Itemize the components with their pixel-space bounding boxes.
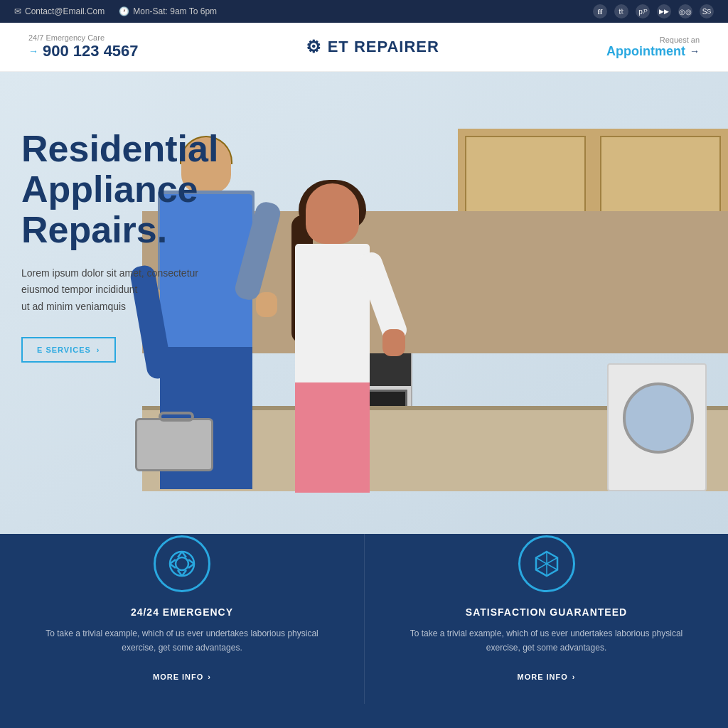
hero-desc-line2: eiusmod tempor incididunt (21, 284, 137, 295)
satisfaction-title: SATISFACTION GUARANTEED (393, 606, 700, 618)
satisfaction-description: To take a trivial example, which of us e… (393, 626, 700, 655)
email-text: Contact@Email.Com (25, 6, 105, 16)
customer-head (306, 183, 359, 244)
feature-emergency: 24/24 EMERGENCY To take a trivial exampl… (0, 534, 364, 704)
hero-desc-line3: ut ad minim veniamquis (21, 301, 126, 312)
pinterest-icon[interactable]: p (636, 4, 650, 18)
satisfaction-more-link[interactable]: MORE INFO › (517, 673, 575, 681)
services-button-label: E SERVICES (37, 346, 91, 354)
emergency-link-label: MORE INFO (153, 673, 203, 681)
feature-satisfaction: SATISFACTION GUARANTEED To take a trivia… (364, 534, 728, 704)
hours-contact: 🕐 Mon-Sat: 9am To 6pm (119, 6, 217, 16)
phone-number[interactable]: 900 123 4567 (28, 42, 139, 60)
emergency-info: 24/7 Emergency Care 900 123 4567 (28, 33, 139, 60)
appointment-info: Request an Appointment (606, 36, 700, 59)
hero-title-line2: Ap (21, 168, 70, 210)
hero-description: Lorem ipsum dolor sit amet, consectetur … (21, 265, 256, 316)
emergency-more-link[interactable]: MORE INFO › (153, 673, 211, 681)
clock-icon: 🕐 (119, 6, 129, 16)
hero-section: Residential Appliance Repairs. Lorem ips… (0, 72, 728, 534)
hours-text: Mon-Sat: 9am To 6pm (133, 6, 217, 16)
email-contact[interactable]: ✉ Contact@Email.Com (14, 6, 105, 16)
appointment-link[interactable]: Appointment (606, 44, 700, 59)
social-links: f t p ▶ ◎ S (593, 4, 714, 18)
svg-point-1 (176, 557, 188, 570)
services-button-arrow: › (97, 346, 100, 354)
suitcase-handle (159, 412, 194, 422)
top-bar: ✉ Contact@Email.Com 🕐 Mon-Sat: 9am To 6p… (0, 0, 728, 23)
emergency-description: To take a trivial example, which of us e… (28, 626, 336, 655)
logo-text: ET REPAIRER (328, 38, 439, 56)
emergency-label: 24/7 Emergency Care (28, 33, 105, 42)
hero-title-line3: Re (21, 209, 68, 250)
hero-desc-line1: Lorem ipsum dolor sit amet, consectetur (21, 267, 198, 279)
tech-suitcase (135, 418, 213, 471)
appointment-label: Request an (660, 36, 700, 44)
instagram-icon[interactable]: ◎ (678, 4, 692, 18)
emergency-icon-container (28, 534, 336, 606)
youtube-icon[interactable]: ▶ (657, 4, 671, 18)
emergency-link-arrow: › (208, 673, 211, 681)
top-bar-left: ✉ Contact@Email.Com 🕐 Mon-Sat: 9am To 6p… (14, 6, 217, 16)
customer-figure (284, 159, 384, 493)
emergency-icon-wrapper (154, 535, 210, 592)
satisfaction-icon (532, 550, 561, 578)
satisfaction-icon-wrapper (518, 535, 575, 592)
email-icon: ✉ (14, 6, 21, 16)
site-logo[interactable]: ⚙ ET REPAIRER (306, 37, 439, 57)
twitter-icon[interactable]: t (614, 4, 628, 18)
skype-icon[interactable]: S (700, 4, 714, 18)
facebook-icon[interactable]: f (593, 4, 607, 18)
washing-machine (607, 363, 707, 491)
satisfaction-icon-container (393, 534, 700, 606)
emergency-icon (168, 550, 196, 578)
satisfaction-link-label: MORE INFO (517, 673, 567, 681)
hero-title-line1: Re (21, 128, 68, 169)
services-button[interactable]: E SERVICES › (21, 337, 116, 363)
satisfaction-link-arrow: › (572, 673, 576, 681)
svg-point-0 (170, 552, 194, 576)
customer-pants (295, 382, 370, 493)
hero-text-overlay: Residential Appliance Repairs. Lorem ips… (0, 107, 270, 384)
hero-title: Residential Appliance Repairs. (21, 129, 256, 251)
washer-drum (623, 382, 694, 454)
site-header: 24/7 Emergency Care 900 123 4567 ⚙ ET RE… (0, 23, 728, 72)
gear-icon: ⚙ (306, 37, 322, 57)
customer-hand (382, 329, 405, 356)
features-section: 24/24 EMERGENCY To take a trivial exampl… (0, 534, 728, 728)
emergency-title: 24/24 EMERGENCY (28, 606, 336, 618)
